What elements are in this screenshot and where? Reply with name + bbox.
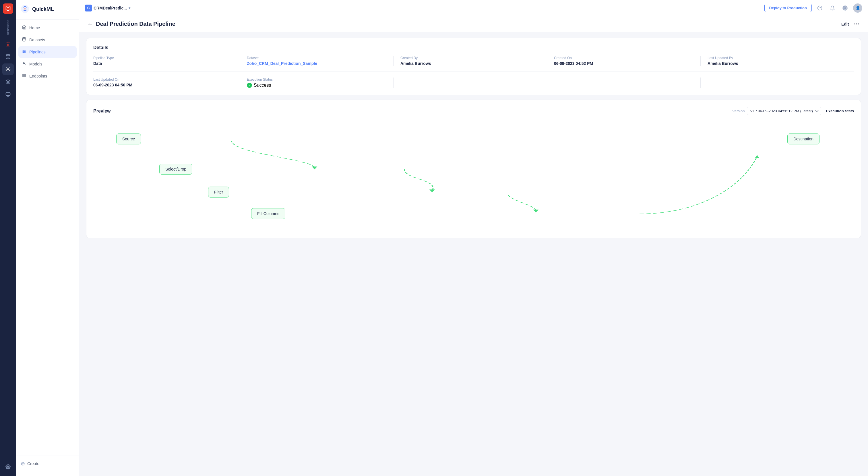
detail-empty-1 (400, 78, 547, 88)
user-avatar[interactable]: 👤 (853, 3, 862, 12)
svg-point-0 (6, 55, 10, 56)
rail-item-models[interactable] (2, 76, 14, 88)
edit-button[interactable]: Edit (841, 22, 849, 26)
execution-stats-button[interactable]: Execution Stats (826, 107, 854, 115)
datasets-icon (22, 37, 26, 43)
sidebar-item-datasets[interactable]: Datasets (19, 34, 76, 46)
dataset-value[interactable]: Zoho_CRM_Deal_Prediction_Sample (247, 61, 386, 66)
sidebar-item-pipelines-label: Pipelines (29, 50, 45, 54)
pipeline-diagram: Source Select/Drop Filter Fill Columns D… (93, 122, 854, 231)
page-header: ← Deal Prediction Data Pipeline Edit ··· (79, 16, 868, 32)
more-options-button[interactable]: ··· (854, 21, 860, 27)
svg-point-16 (844, 7, 846, 9)
project-badge: C (85, 5, 92, 11)
svg-point-3 (7, 466, 9, 468)
create-button[interactable]: ⊕ Create (21, 460, 74, 467)
svg-point-10 (23, 62, 25, 63)
detail-dataset: Dataset Zoho_CRM_Deal_Prediction_Sample (247, 56, 394, 66)
quickml-logo-icon (21, 5, 30, 14)
rail-item-pipelines[interactable] (2, 63, 14, 75)
last-updated-by-label: Last Updated By (708, 56, 847, 60)
content-body: ← Deal Prediction Data Pipeline Edit ···… (79, 16, 868, 476)
home-icon (22, 25, 26, 31)
success-icon: ✓ (247, 83, 252, 88)
execution-status-label: Execution Status (247, 78, 386, 82)
svg-point-8 (24, 51, 25, 52)
filter-node-label: Filter (214, 190, 223, 195)
sidebar: QuickML Home Datasets Pipelines Models (16, 0, 79, 476)
sidebar-item-endpoints[interactable]: Endpoints (19, 70, 76, 82)
rail-item-home[interactable] (2, 38, 14, 50)
detail-empty-2 (554, 78, 701, 88)
pipeline-type-value: Data (93, 61, 233, 66)
rail-item-gear[interactable] (2, 461, 14, 473)
sidebar-item-home[interactable]: Home (19, 22, 76, 34)
plus-icon: ⊕ (21, 460, 25, 467)
pipeline-connections (93, 122, 854, 231)
sidebar-item-models-label: Models (29, 62, 42, 66)
created-on-label: Created On (554, 56, 693, 60)
details-card: Details Pipeline Type Data Dataset Zoho_… (86, 38, 861, 95)
dataset-label: Dataset (247, 56, 386, 60)
svg-point-9 (23, 52, 24, 53)
page-title: Deal Prediction Data Pipeline (96, 21, 841, 27)
svg-point-1 (7, 69, 9, 70)
preview-card: Preview Version V1 / 06-09-2023 04:56:12… (86, 100, 861, 238)
sidebar-logo: QuickML (16, 5, 79, 20)
icon-rail: Services (0, 0, 16, 476)
execution-status-text: Success (254, 83, 271, 88)
pipeline-type-label: Pipeline Type (93, 56, 233, 60)
source-node-label: Source (122, 137, 135, 141)
last-updated-on-label: Last Updated On (93, 78, 233, 82)
detail-created-by: Created By Amelia Burrows (400, 56, 547, 66)
destination-node-label: Destination (794, 137, 813, 141)
execution-status-value: ✓ Success (247, 83, 386, 88)
settings-icon[interactable] (840, 3, 849, 12)
svg-point-5 (24, 8, 26, 9)
project-dropdown-icon: ▾ (129, 6, 130, 10)
page-actions: Edit ··· (841, 21, 860, 27)
svg-rect-2 (6, 93, 10, 96)
sidebar-item-models[interactable]: Models (19, 58, 76, 70)
back-button[interactable]: ← (87, 21, 93, 27)
pipeline-node-select-drop[interactable]: Select/Drop (159, 163, 192, 175)
svg-marker-17 (312, 167, 317, 169)
rail-item-datasets[interactable] (2, 51, 14, 62)
pipeline-node-filter[interactable]: Filter (208, 187, 229, 198)
detail-empty-3 (708, 78, 854, 88)
sidebar-logo-text: QuickML (32, 6, 54, 12)
created-by-value: Amelia Burrows (400, 61, 540, 66)
svg-point-7 (23, 50, 24, 51)
sidebar-item-home-label: Home (29, 26, 40, 30)
detail-execution-status: Execution Status ✓ Success (247, 78, 394, 88)
sidebar-bottom: ⊕ Create (16, 456, 79, 471)
last-updated-by-value: Amelia Burrows (708, 61, 847, 66)
version-select[interactable]: V1 / 06-09-2023 04:56:12 PM (Latest) (747, 107, 821, 115)
rail-item-monitor[interactable] (2, 89, 14, 100)
created-by-label: Created By (400, 56, 540, 60)
endpoints-icon (22, 73, 26, 79)
select-drop-node-label: Select/Drop (165, 167, 186, 171)
bell-icon[interactable] (828, 3, 837, 12)
detail-last-updated-on: Last Updated On 06-09-2023 04:56 PM (93, 78, 240, 88)
pipeline-node-fill-columns[interactable]: Fill Columns (251, 208, 285, 219)
detail-pipeline-type: Pipeline Type Data (93, 56, 240, 66)
sidebar-item-endpoints-label: Endpoints (29, 74, 47, 78)
project-selector[interactable]: C CRMDealPredic... ▾ (85, 5, 130, 11)
detail-last-updated-by: Last Updated By Amelia Burrows (708, 56, 854, 66)
version-label: Version (732, 109, 745, 113)
sidebar-item-pipelines[interactable]: Pipelines (19, 46, 76, 58)
detail-created-on: Created On 06-09-2023 04:52 PM (554, 56, 701, 66)
pipeline-node-source[interactable]: Source (116, 133, 141, 144)
pipeline-node-destination[interactable]: Destination (787, 133, 819, 144)
services-label: Services (7, 20, 9, 35)
sidebar-item-datasets-label: Datasets (29, 38, 45, 42)
app-logo (3, 3, 13, 14)
created-on-value: 06-09-2023 04:52 PM (554, 61, 693, 66)
svg-marker-19 (533, 210, 538, 212)
svg-marker-20 (755, 155, 759, 158)
deploy-button[interactable]: Deploy to Production (764, 4, 812, 12)
preview-header: Preview Version V1 / 06-09-2023 04:56:12… (93, 107, 854, 115)
help-icon[interactable] (815, 3, 825, 12)
sidebar-navigation: Home Datasets Pipelines Models Endpoints (16, 22, 79, 82)
